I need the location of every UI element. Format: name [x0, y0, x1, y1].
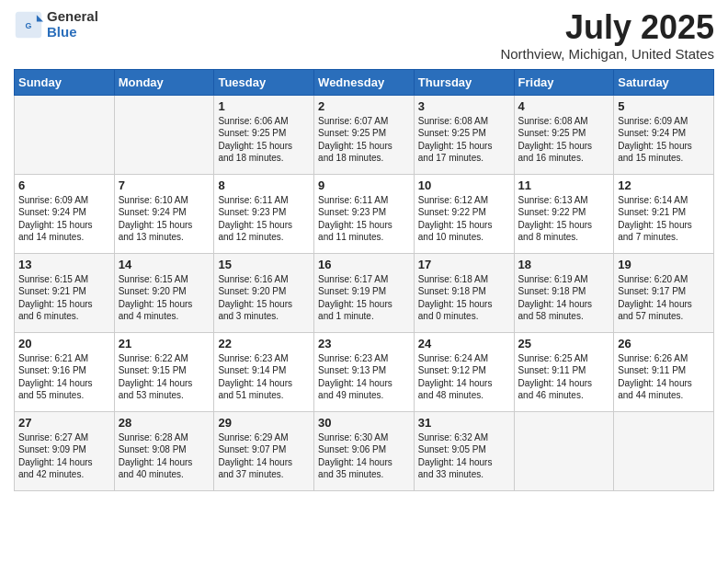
day-info: Sunrise: 6:11 AM Sunset: 9:23 PM Dayligh… — [318, 194, 410, 244]
header-cell-sunday: Sunday — [15, 69, 115, 95]
calendar-cell — [514, 411, 614, 490]
calendar-cell: 18Sunrise: 6:19 AM Sunset: 9:18 PM Dayli… — [514, 253, 614, 332]
calendar-body: 1Sunrise: 6:06 AM Sunset: 9:25 PM Daylig… — [15, 95, 714, 490]
location-subtitle: Northview, Michigan, United States — [500, 46, 714, 62]
day-number: 24 — [418, 337, 510, 350]
day-info: Sunrise: 6:18 AM Sunset: 9:18 PM Dayligh… — [418, 273, 510, 323]
day-info: Sunrise: 6:06 AM Sunset: 9:25 PM Dayligh… — [218, 115, 310, 165]
logo-general: General — [47, 9, 98, 25]
day-number: 1 — [218, 99, 310, 113]
day-info: Sunrise: 6:08 AM Sunset: 9:25 PM Dayligh… — [518, 115, 610, 165]
day-info: Sunrise: 6:13 AM Sunset: 9:22 PM Dayligh… — [518, 194, 610, 244]
day-number: 18 — [518, 258, 610, 271]
day-info: Sunrise: 6:19 AM Sunset: 9:18 PM Dayligh… — [518, 273, 610, 323]
calendar-cell — [114, 95, 214, 174]
day-number: 9 — [318, 178, 410, 192]
calendar-cell: 7Sunrise: 6:10 AM Sunset: 9:24 PM Daylig… — [114, 174, 214, 253]
day-info: Sunrise: 6:27 AM Sunset: 9:09 PM Dayligh… — [18, 431, 110, 481]
day-number: 3 — [418, 99, 510, 113]
month-year-title: July 2025 — [500, 9, 714, 46]
day-info: Sunrise: 6:11 AM Sunset: 9:23 PM Dayligh… — [218, 194, 310, 244]
day-number: 20 — [18, 337, 110, 350]
day-number: 4 — [518, 99, 610, 113]
day-number: 10 — [418, 178, 510, 192]
day-number: 12 — [618, 178, 710, 192]
calendar-week-1: 1Sunrise: 6:06 AM Sunset: 9:25 PM Daylig… — [15, 95, 714, 174]
day-number: 8 — [218, 178, 310, 192]
day-info: Sunrise: 6:14 AM Sunset: 9:21 PM Dayligh… — [618, 194, 710, 244]
day-number: 11 — [518, 178, 610, 192]
day-number: 27 — [18, 416, 110, 430]
day-info: Sunrise: 6:10 AM Sunset: 9:24 PM Dayligh… — [119, 194, 210, 244]
day-info: Sunrise: 6:12 AM Sunset: 9:22 PM Dayligh… — [418, 194, 510, 244]
day-info: Sunrise: 6:25 AM Sunset: 9:11 PM Dayligh… — [518, 352, 610, 402]
day-number: 6 — [18, 178, 110, 192]
day-info: Sunrise: 6:23 AM Sunset: 9:14 PM Dayligh… — [218, 352, 310, 402]
day-number: 29 — [218, 416, 310, 430]
day-info: Sunrise: 6:17 AM Sunset: 9:19 PM Dayligh… — [318, 273, 410, 323]
calendar-cell: 6Sunrise: 6:09 AM Sunset: 9:24 PM Daylig… — [15, 174, 115, 253]
day-info: Sunrise: 6:30 AM Sunset: 9:06 PM Dayligh… — [318, 431, 410, 481]
calendar-cell: 2Sunrise: 6:07 AM Sunset: 9:25 PM Daylig… — [314, 95, 415, 174]
day-info: Sunrise: 6:09 AM Sunset: 9:24 PM Dayligh… — [18, 194, 110, 244]
title-block: July 2025 Northview, Michigan, United St… — [500, 9, 714, 62]
calendar-cell: 21Sunrise: 6:22 AM Sunset: 9:15 PM Dayli… — [114, 332, 214, 411]
calendar-cell: 26Sunrise: 6:26 AM Sunset: 9:11 PM Dayli… — [614, 332, 714, 411]
page-header: G General Blue July 2025 Northview, Mich… — [14, 9, 714, 62]
day-info: Sunrise: 6:15 AM Sunset: 9:21 PM Dayligh… — [18, 273, 110, 323]
calendar-cell: 23Sunrise: 6:23 AM Sunset: 9:13 PM Dayli… — [314, 332, 415, 411]
day-number: 26 — [618, 337, 710, 350]
calendar-cell: 17Sunrise: 6:18 AM Sunset: 9:18 PM Dayli… — [414, 253, 514, 332]
calendar-cell: 12Sunrise: 6:14 AM Sunset: 9:21 PM Dayli… — [614, 174, 714, 253]
logo-icon: G — [14, 10, 43, 40]
logo-text: General Blue — [47, 9, 98, 40]
header-row: SundayMondayTuesdayWednesdayThursdayFrid… — [15, 69, 714, 95]
calendar-cell: 19Sunrise: 6:20 AM Sunset: 9:17 PM Dayli… — [614, 253, 714, 332]
calendar-cell: 24Sunrise: 6:24 AM Sunset: 9:12 PM Dayli… — [414, 332, 514, 411]
calendar-table: SundayMondayTuesdayWednesdayThursdayFrid… — [14, 69, 714, 491]
header-cell-saturday: Saturday — [614, 69, 714, 95]
day-info: Sunrise: 6:24 AM Sunset: 9:12 PM Dayligh… — [418, 352, 510, 402]
calendar-cell: 11Sunrise: 6:13 AM Sunset: 9:22 PM Dayli… — [514, 174, 614, 253]
calendar-cell: 16Sunrise: 6:17 AM Sunset: 9:19 PM Dayli… — [314, 253, 415, 332]
day-info: Sunrise: 6:09 AM Sunset: 9:24 PM Dayligh… — [618, 115, 710, 165]
day-number: 17 — [418, 258, 510, 271]
calendar-cell: 4Sunrise: 6:08 AM Sunset: 9:25 PM Daylig… — [514, 95, 614, 174]
calendar-cell: 30Sunrise: 6:30 AM Sunset: 9:06 PM Dayli… — [314, 411, 415, 490]
day-number: 19 — [618, 258, 710, 271]
calendar-cell: 13Sunrise: 6:15 AM Sunset: 9:21 PM Dayli… — [15, 253, 115, 332]
day-number: 30 — [318, 416, 410, 430]
day-info: Sunrise: 6:32 AM Sunset: 9:05 PM Dayligh… — [418, 431, 510, 481]
calendar-cell: 25Sunrise: 6:25 AM Sunset: 9:11 PM Dayli… — [514, 332, 614, 411]
day-number: 2 — [318, 99, 410, 113]
calendar-week-3: 13Sunrise: 6:15 AM Sunset: 9:21 PM Dayli… — [15, 253, 714, 332]
day-number: 28 — [119, 416, 210, 430]
calendar-week-5: 27Sunrise: 6:27 AM Sunset: 9:09 PM Dayli… — [15, 411, 714, 490]
calendar-cell — [614, 411, 714, 490]
day-info: Sunrise: 6:26 AM Sunset: 9:11 PM Dayligh… — [618, 352, 710, 402]
calendar-cell: 1Sunrise: 6:06 AM Sunset: 9:25 PM Daylig… — [214, 95, 314, 174]
calendar-cell: 5Sunrise: 6:09 AM Sunset: 9:24 PM Daylig… — [614, 95, 714, 174]
day-info: Sunrise: 6:29 AM Sunset: 9:07 PM Dayligh… — [218, 431, 310, 481]
calendar-cell: 3Sunrise: 6:08 AM Sunset: 9:25 PM Daylig… — [414, 95, 514, 174]
calendar-cell — [15, 95, 115, 174]
day-info: Sunrise: 6:08 AM Sunset: 9:25 PM Dayligh… — [418, 115, 510, 165]
day-info: Sunrise: 6:15 AM Sunset: 9:20 PM Dayligh… — [119, 273, 210, 323]
calendar-cell: 10Sunrise: 6:12 AM Sunset: 9:22 PM Dayli… — [414, 174, 514, 253]
calendar-week-2: 6Sunrise: 6:09 AM Sunset: 9:24 PM Daylig… — [15, 174, 714, 253]
day-number: 16 — [318, 258, 410, 271]
calendar-cell: 9Sunrise: 6:11 AM Sunset: 9:23 PM Daylig… — [314, 174, 415, 253]
day-info: Sunrise: 6:23 AM Sunset: 9:13 PM Dayligh… — [318, 352, 410, 402]
day-info: Sunrise: 6:07 AM Sunset: 9:25 PM Dayligh… — [318, 115, 410, 165]
day-info: Sunrise: 6:28 AM Sunset: 9:08 PM Dayligh… — [119, 431, 210, 481]
calendar-cell: 20Sunrise: 6:21 AM Sunset: 9:16 PM Dayli… — [15, 332, 115, 411]
logo-blue: Blue — [47, 25, 98, 40]
day-info: Sunrise: 6:20 AM Sunset: 9:17 PM Dayligh… — [618, 273, 710, 323]
day-number: 13 — [18, 258, 110, 271]
calendar-week-4: 20Sunrise: 6:21 AM Sunset: 9:16 PM Dayli… — [15, 332, 714, 411]
day-number: 15 — [218, 258, 310, 271]
day-number: 5 — [618, 99, 710, 113]
calendar-cell: 8Sunrise: 6:11 AM Sunset: 9:23 PM Daylig… — [214, 174, 314, 253]
calendar-cell: 29Sunrise: 6:29 AM Sunset: 9:07 PM Dayli… — [214, 411, 314, 490]
header-cell-monday: Monday — [114, 69, 214, 95]
